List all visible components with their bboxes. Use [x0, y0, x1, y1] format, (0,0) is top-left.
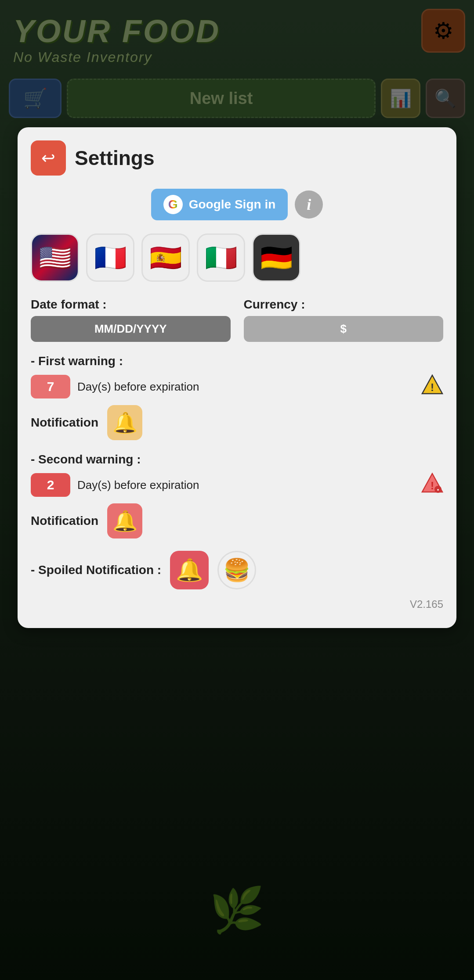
language-french-button[interactable]: 🇫🇷 — [86, 233, 134, 282]
settings-modal: ↩ Settings G Google Sign in i 🇺🇸 🇫🇷 🇪🇸 🇮… — [18, 127, 456, 628]
second-notification-row: Notification 🔔 — [31, 503, 443, 538]
first-notification-row: Notification 🔔 — [31, 405, 443, 440]
language-selector: 🇺🇸 🇫🇷 🇪🇸 🇮🇹 🇩🇪 — [31, 233, 443, 282]
first-warning-triangle-icon: ! — [421, 374, 443, 399]
first-warning-section: - First warning : 7 Day(s) before expira… — [31, 354, 443, 440]
date-format-value: MM/DD/YYYY — [94, 322, 167, 335]
modal-title: Settings — [75, 146, 154, 170]
info-icon: i — [307, 195, 311, 214]
date-currency-row: Date format : MM/DD/YYYY Currency : $ — [31, 298, 443, 342]
google-signin-button[interactable]: G Google Sign in — [151, 189, 288, 220]
date-format-col: Date format : MM/DD/YYYY — [31, 298, 231, 342]
first-warning-days-value: 7 — [47, 379, 54, 394]
svg-text:!: ! — [431, 381, 434, 393]
second-warning-section: - Second warning : 2 Day(s) before expir… — [31, 452, 443, 538]
first-warning-text: Day(s) before expiration — [77, 380, 414, 394]
second-warning-text: Day(s) before expiration — [77, 478, 414, 492]
google-signin-row: G Google Sign in i — [31, 189, 443, 220]
google-signin-label: Google Sign in — [189, 197, 276, 212]
second-warning-title: - Second warning : — [31, 452, 443, 467]
first-notification-bell-button[interactable]: 🔔 — [107, 405, 142, 440]
date-format-selector[interactable]: MM/DD/YYYY — [31, 316, 231, 342]
date-format-label: Date format : — [31, 298, 231, 312]
language-italian-button[interactable]: 🇮🇹 — [197, 233, 245, 282]
first-warning-row: 7 Day(s) before expiration ! — [31, 374, 443, 399]
spoiled-food-button[interactable]: 🍔 — [217, 551, 256, 589]
first-warning-title: - First warning : — [31, 354, 443, 368]
second-warning-triangle-icon: ! • — [421, 473, 443, 497]
back-icon: ↩ — [41, 148, 55, 168]
language-spanish-button[interactable]: 🇪🇸 — [141, 233, 190, 282]
version-text: V2.165 — [31, 598, 443, 610]
second-notification-bell-button[interactable]: 🔔 — [107, 503, 142, 538]
svg-text:•: • — [437, 487, 439, 493]
second-warning-days-input[interactable]: 2 — [31, 473, 70, 497]
second-warning-row: 2 Day(s) before expiration ! • — [31, 473, 443, 497]
second-notification-label: Notification — [31, 514, 98, 528]
currency-value: $ — [340, 322, 347, 335]
google-logo: G — [163, 195, 183, 214]
back-button[interactable]: ↩ — [31, 140, 66, 176]
svg-text:!: ! — [431, 480, 434, 492]
currency-selector[interactable]: $ — [244, 316, 444, 342]
spoiled-bell-button[interactable]: 🔔 — [170, 551, 209, 589]
second-warning-days-value: 2 — [47, 477, 54, 492]
modal-header: ↩ Settings — [31, 140, 443, 176]
language-english-button[interactable]: 🇺🇸 — [31, 233, 79, 282]
first-warning-days-input[interactable]: 7 — [31, 375, 70, 398]
spoiled-label: - Spoiled Notification : — [31, 563, 161, 577]
currency-col: Currency : $ — [244, 298, 444, 342]
spoiled-notification-row: - Spoiled Notification : 🔔 🍔 — [31, 551, 443, 589]
google-g-letter: G — [168, 197, 178, 212]
currency-label: Currency : — [244, 298, 444, 312]
language-german-button[interactable]: 🇩🇪 — [252, 233, 300, 282]
info-button[interactable]: i — [295, 190, 323, 219]
first-notification-label: Notification — [31, 416, 98, 430]
